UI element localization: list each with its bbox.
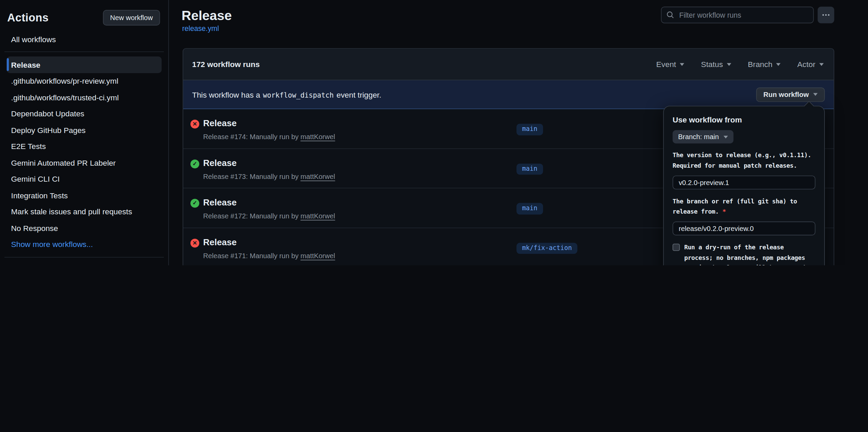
run-subtitle: Release #173: Manually run by mattKorwel: [203, 172, 335, 182]
sidebar-workflow-item[interactable]: E2E Tests: [7, 138, 162, 154]
filter-workflow-runs: [661, 7, 814, 23]
run-title-link[interactable]: Release: [203, 157, 335, 169]
sidebar-header: Actions New workflow: [0, 0, 168, 26]
chevron-down-icon: [723, 135, 728, 138]
sidebar-workflow-item[interactable]: Mark stale issues and pull requests: [7, 203, 162, 220]
sidebar-workflow-item-label: Dependabot Updates: [11, 109, 84, 118]
sidebar-divider: [4, 257, 164, 257]
sidebar-workflow-item-label: .github/workflows/pr-review.yml: [11, 77, 118, 85]
ref-input[interactable]: [673, 221, 815, 235]
chevron-down-icon: [819, 63, 824, 66]
sidebar-workflow-item[interactable]: .github/workflows/pr-review.yml: [7, 73, 162, 89]
sidebar-divider: [4, 51, 164, 52]
new-workflow-button[interactable]: New workflow: [103, 10, 160, 26]
popover-checkbox-group: Run a dry-run of the release process; no…: [673, 243, 815, 265]
workflow-list: Release .github/workflows/pr-review.yml …: [7, 56, 162, 236]
run-row-main: Release Release #172: Manually run by ma…: [203, 188, 335, 228]
run-row-main: Release Release #171: Manually run by ma…: [203, 228, 335, 265]
sidebar-workflow-item-label: E2E Tests: [11, 142, 46, 151]
popover-checkbox-row: Run a dry-run of the release process; no…: [673, 243, 815, 265]
runs-filter-dropdown[interactable]: Event: [656, 60, 684, 69]
management-heading: Management: [7, 265, 162, 265]
run-status-icon: [190, 238, 199, 247]
checkbox-unchecked[interactable]: [673, 244, 680, 251]
run-actor-link[interactable]: mattKorwel: [301, 133, 335, 141]
sidebar-workflow-item[interactable]: Integration Tests: [7, 187, 162, 203]
run-title-link[interactable]: Release: [203, 117, 335, 129]
chevron-down-icon: [727, 63, 731, 66]
sidebar-workflow-item-label: Gemini Automated PR Labeler: [11, 158, 116, 167]
page-kebab-button[interactable]: [818, 7, 834, 23]
sidebar-title: Actions: [7, 11, 49, 24]
runs-filter-label: Actor: [797, 60, 815, 69]
runs-filter-label: Event: [656, 60, 676, 69]
run-workflow-dropdown-button[interactable]: Run workflow: [756, 87, 825, 101]
version-input[interactable]: [673, 176, 815, 189]
banner-text: This workflow has aworkflow_dispatcheven…: [192, 90, 381, 99]
sidebar-workflow-item[interactable]: Dependabot Updates: [7, 105, 162, 122]
run-subtitle: Release #171: Manually run by mattKorwel: [203, 251, 335, 261]
chevron-down-icon: [680, 63, 684, 66]
banner-code: workflow_dispatch: [263, 90, 334, 99]
sidebar-workflow-item[interactable]: Gemini Automated PR Labeler: [7, 154, 162, 171]
run-branch-badge[interactable]: main: [516, 203, 543, 214]
run-title-link[interactable]: Release: [203, 236, 335, 248]
filter-workflow-runs-input[interactable]: [661, 7, 814, 23]
run-row-main: Release Release #174: Manually run by ma…: [203, 109, 335, 148]
sidebar-workflow-item[interactable]: No Response: [7, 220, 162, 236]
workflow-dispatch-banner: This workflow has aworkflow_dispatcheven…: [183, 80, 834, 109]
run-subtitle: Release #174: Manually run by mattKorwel: [203, 132, 335, 142]
runs-filter-dropdown[interactable]: Status: [701, 60, 731, 69]
version-input-label: The version to release (e.g., v0.1.11). …: [673, 151, 815, 171]
run-actor-link[interactable]: mattKorwel: [301, 172, 335, 180]
sidebar-workflow-item[interactable]: Release: [7, 56, 162, 73]
run-status-icon: [190, 159, 199, 168]
runs-filter-dropdown[interactable]: Actor: [797, 60, 824, 69]
popover-heading: Use workflow from: [673, 115, 815, 124]
sidebar-workflow-item-label: No Response: [11, 223, 58, 232]
sidebar-workflow-item-label: Gemini CLI CI: [11, 175, 60, 183]
run-actor-link[interactable]: mattKorwel: [301, 212, 335, 220]
runs-count: 172 workflow runs: [192, 60, 260, 69]
workflow-file-link[interactable]: release.yml: [182, 24, 219, 33]
checkbox-label: Run a dry-run of the release process; no…: [684, 243, 815, 265]
run-branch-badge[interactable]: main: [516, 164, 543, 175]
ref-input-label: The branch or ref (full git sha) to rele…: [673, 197, 815, 217]
show-more-workflows-link[interactable]: Show more workflows...: [7, 236, 162, 252]
actions-page: Actions New workflow All workflows Relea…: [0, 0, 868, 265]
chevron-down-icon: [813, 93, 818, 96]
sidebar-workflow-item-label: Mark stale issues and pull requests: [11, 207, 132, 216]
runs-filter-dropdown[interactable]: Branch: [748, 60, 781, 69]
run-workflow-popover: Use workflow from Branch: main The versi…: [663, 106, 825, 265]
run-title-link[interactable]: Release: [203, 197, 335, 208]
run-branch-badge[interactable]: main: [516, 124, 543, 135]
actions-sidebar: Actions New workflow All workflows Relea…: [0, 0, 169, 265]
sidebar-item-all-workflows[interactable]: All workflows: [7, 32, 162, 47]
kebab-icon: [821, 11, 830, 19]
sidebar-workflow-item-label: .github/workflows/trusted-ci.yml: [11, 93, 119, 102]
runs-list-header: 172 workflow runs Event Status Branch Ac…: [183, 49, 834, 80]
sidebar-workflow-item[interactable]: .github/workflows/trusted-ci.yml: [7, 89, 162, 105]
sidebar-workflow-item[interactable]: Gemini CLI CI: [7, 171, 162, 187]
runs-filter-label: Branch: [748, 60, 772, 69]
run-actor-link[interactable]: mattKorwel: [301, 252, 335, 260]
sidebar-workflow-item-label: Release: [11, 60, 40, 69]
sidebar-workflow-item-label: Integration Tests: [11, 191, 68, 200]
run-branch-badge[interactable]: mk/fix-action: [516, 243, 577, 254]
run-status-icon: [190, 199, 199, 208]
branch-select-button[interactable]: Branch: main: [673, 130, 733, 144]
runs-filter-label: Status: [701, 60, 723, 69]
run-row-main: Release Release #173: Manually run by ma…: [203, 149, 335, 188]
runs-filters: Event Status Branch Actor: [656, 60, 825, 69]
page-title: Release: [182, 8, 232, 23]
run-status-icon: [190, 120, 199, 129]
run-subtitle: Release #172: Manually run by mattKorwel: [203, 212, 335, 221]
required-asterisk: *: [722, 208, 726, 215]
chevron-down-icon: [776, 63, 781, 66]
sidebar-workflow-item[interactable]: Deploy GitHub Pages: [7, 122, 162, 138]
sidebar-workflow-item-label: Deploy GitHub Pages: [11, 126, 86, 134]
